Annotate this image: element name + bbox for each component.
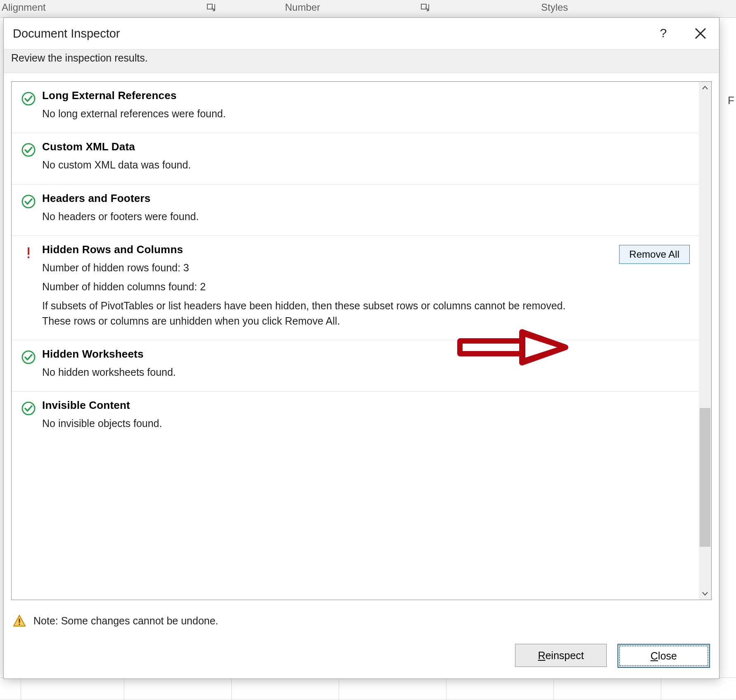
svg-rect-12 [19, 619, 20, 623]
inspection-item-line: No headers or footers were found. [42, 209, 586, 224]
inspection-item-line: No invisible objects found. [42, 416, 586, 431]
inspection-item-line: Number of hidden rows found: 3 [42, 260, 586, 275]
instruction-text: Review the inspection results. [4, 49, 719, 73]
dialog-titlebar[interactable]: Document Inspector ? [4, 18, 719, 49]
inspection-item-actions [591, 140, 690, 172]
note-text: Note: Some changes cannot be undone. [33, 615, 218, 627]
results-panel: Long External ReferencesNo long external… [11, 81, 712, 600]
ribbon-group-strip: Alignment Number Styles [0, 0, 736, 18]
inspection-item-title: Long External References [42, 89, 586, 102]
svg-rect-13 [19, 624, 20, 625]
inspection-item: Custom XML DataNo custom XML data was fo… [12, 133, 699, 184]
svg-point-4 [22, 144, 35, 156]
inspection-item-actions [591, 348, 690, 380]
scrollbar-thumb[interactable] [700, 408, 710, 547]
checkmark-icon [15, 399, 42, 431]
alert-icon [15, 243, 42, 328]
checkmark-icon [15, 192, 42, 224]
inspection-item-line: If subsets of PivotTables or list header… [42, 298, 586, 328]
warning-icon [11, 614, 28, 627]
scrollbar[interactable] [699, 82, 711, 600]
svg-point-3 [22, 93, 35, 105]
svg-text:?: ? [660, 26, 667, 40]
inspection-item-line: No hidden worksheets found. [42, 365, 586, 380]
inspection-item-body: Hidden Rows and ColumnsNumber of hidden … [42, 243, 591, 328]
dialog-title: Document Inspector [4, 27, 120, 40]
inspection-item-title: Hidden Worksheets [42, 348, 586, 361]
help-button[interactable]: ? [645, 18, 682, 49]
ribbon-group-number: Number [285, 2, 320, 13]
checkmark-icon [15, 89, 42, 121]
inspection-item: Invisible ContentNo invisible objects fo… [12, 392, 699, 442]
svg-rect-7 [28, 256, 29, 258]
svg-rect-0 [207, 4, 212, 9]
inspection-item-body: Invisible ContentNo invisible objects fo… [42, 399, 591, 431]
checkmark-icon [15, 348, 42, 380]
ribbon-group-styles: Styles [541, 2, 568, 13]
inspection-item-title: Invisible Content [42, 399, 586, 412]
inspection-item-line: No custom XML data was found. [42, 157, 586, 172]
inspection-item-actions [591, 399, 690, 431]
inspection-item-body: Long External ReferencesNo long external… [42, 89, 591, 121]
inspection-item-line: No long external references were found. [42, 106, 586, 121]
column-header-letter: F [726, 94, 736, 107]
svg-point-5 [22, 195, 35, 208]
inspection-item: Hidden Rows and ColumnsNumber of hidden … [12, 236, 699, 340]
inspection-item-title: Headers and Footers [42, 192, 586, 205]
inspection-item-title: Hidden Rows and Columns [42, 243, 586, 256]
reinspect-button[interactable]: Reinspect [515, 644, 607, 667]
dialog-launcher-icon[interactable] [207, 3, 216, 12]
svg-rect-6 [28, 247, 29, 255]
scroll-up-icon[interactable] [699, 82, 711, 94]
inspection-item-body: Hidden WorksheetsNo hidden worksheets fo… [42, 348, 591, 380]
inspection-item-actions [591, 89, 690, 121]
inspection-item-body: Custom XML DataNo custom XML data was fo… [42, 140, 591, 172]
spreadsheet-grid[interactable] [0, 677, 736, 700]
close-icon[interactable] [682, 18, 719, 49]
inspection-item: Headers and FootersNo headers or footers… [12, 185, 699, 236]
svg-rect-1 [421, 4, 426, 9]
checkmark-icon [15, 140, 42, 172]
inspection-item: Hidden WorksheetsNo hidden worksheets fo… [12, 340, 699, 392]
inspection-item: Long External ReferencesNo long external… [12, 82, 699, 133]
dialog-launcher-icon[interactable] [420, 3, 430, 12]
remove-all-button[interactable]: Remove All [619, 245, 690, 264]
svg-point-9 [22, 402, 35, 415]
close-button[interactable]: Close [617, 644, 710, 668]
ribbon-group-alignment: Alignment [2, 2, 46, 13]
inspection-item-body: Headers and FootersNo headers or footers… [42, 192, 591, 224]
inspection-item-actions: Remove All [591, 243, 690, 328]
scroll-down-icon[interactable] [699, 587, 711, 600]
inspection-item-line: Number of hidden columns found: 2 [42, 279, 586, 294]
svg-point-8 [22, 351, 35, 363]
inspection-item-title: Custom XML Data [42, 140, 586, 153]
document-inspector-dialog: Document Inspector ? Review the inspecti… [3, 17, 719, 679]
inspection-item-actions [591, 192, 690, 224]
